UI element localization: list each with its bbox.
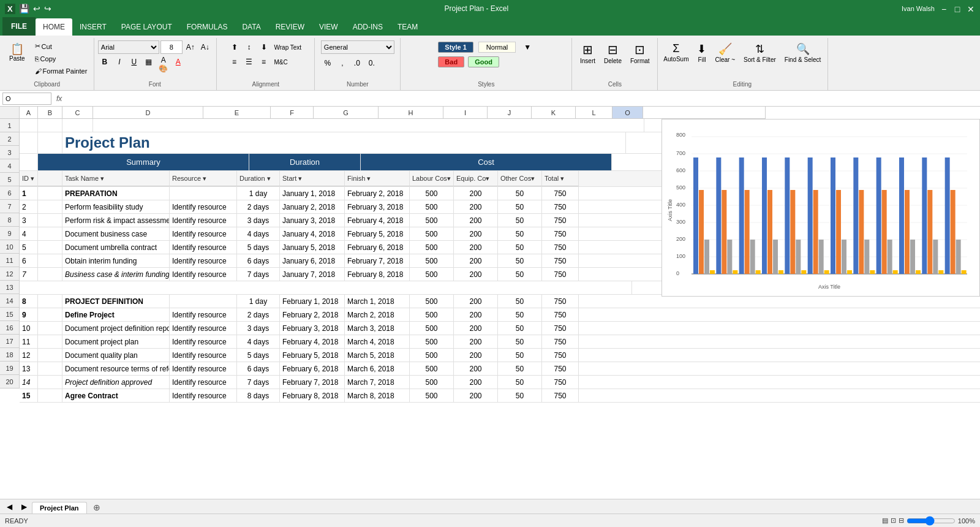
cell-task[interactable]: Perform feasibility study xyxy=(62,200,170,213)
cell-resource[interactable]: Identify resource xyxy=(170,389,237,402)
cell-labour[interactable]: 500 xyxy=(410,241,454,254)
cell-start[interactable]: January 2, 2018 xyxy=(280,200,345,213)
align-left-button[interactable]: ≡ xyxy=(228,55,241,69)
cell-duration[interactable]: 1 day xyxy=(237,187,280,200)
cell-labour[interactable]: 500 xyxy=(410,200,454,213)
cell-other[interactable]: 50 xyxy=(498,227,542,240)
col-start-header[interactable]: Start ▾ xyxy=(280,171,345,186)
cell-start[interactable]: February 1, 2018 xyxy=(280,295,345,308)
scroll-tab-left-button[interactable]: ◀ xyxy=(2,500,16,514)
sort-filter-button[interactable]: ⇅ Sort & Filter xyxy=(741,40,779,65)
cell-start[interactable]: February 2, 2018 xyxy=(280,308,345,321)
find-select-button[interactable]: 🔍 Find & Select xyxy=(782,40,824,65)
cell-labour[interactable]: 500 xyxy=(410,308,454,321)
cell-id[interactable]: 9 xyxy=(20,308,38,321)
col-duration-header[interactable]: Duration ▾ xyxy=(237,171,280,186)
cell-finish[interactable]: March 3, 2018 xyxy=(345,322,410,335)
quick-save-icon[interactable]: 💾 xyxy=(19,4,29,13)
cell-total[interactable]: 750 xyxy=(542,227,579,240)
tab-data[interactable]: DATA xyxy=(235,18,268,36)
tab-home[interactable]: HOME xyxy=(36,18,72,36)
cell-total[interactable]: 750 xyxy=(542,187,579,200)
cell-empty[interactable] xyxy=(38,254,62,267)
delete-button[interactable]: ⊟ Delete xyxy=(601,40,625,66)
tab-review[interactable]: REVIEW xyxy=(268,18,312,36)
cell-other[interactable]: 50 xyxy=(498,254,542,267)
font-shrink-button[interactable]: A↓ xyxy=(198,40,212,54)
cell-duration[interactable]: 7 days xyxy=(237,268,280,281)
cell-resource[interactable]: Identify resource xyxy=(170,268,237,281)
cell-other[interactable]: 50 xyxy=(498,200,542,213)
cell-equip[interactable]: 200 xyxy=(454,376,498,389)
col-empty-header[interactable] xyxy=(38,171,62,186)
cell-start[interactable]: January 1, 2018 xyxy=(280,187,345,200)
cell-resource[interactable]: Identify resource xyxy=(170,308,237,321)
cell-total[interactable]: 750 xyxy=(542,241,579,254)
cell-labour[interactable]: 500 xyxy=(410,349,454,362)
cell-resource[interactable] xyxy=(170,187,237,200)
cell-duration[interactable]: 6 days xyxy=(237,254,280,267)
cell-equip[interactable]: 200 xyxy=(454,200,498,213)
font-size-input[interactable] xyxy=(160,40,183,54)
cell-id[interactable]: 10 xyxy=(20,322,38,335)
cell-equip[interactable]: 200 xyxy=(454,187,498,200)
cell-other[interactable]: 50 xyxy=(498,389,542,402)
increase-decimal-button[interactable]: .0 xyxy=(350,56,364,70)
format-button[interactable]: ⊡ Format xyxy=(627,40,653,66)
cell-labour[interactable]: 500 xyxy=(410,187,454,200)
cell-empty[interactable] xyxy=(38,376,62,389)
cell-other[interactable]: 50 xyxy=(498,214,542,227)
cell-labour[interactable]: 500 xyxy=(410,322,454,335)
cell-duration[interactable]: 5 days xyxy=(237,349,280,362)
cell-task[interactable]: Document project definition report xyxy=(62,322,170,335)
scroll-tab-right-button[interactable]: ▶ xyxy=(17,500,31,514)
copy-button[interactable]: ⎘ Copy xyxy=(32,53,91,64)
cell-duration[interactable]: 4 days xyxy=(237,335,280,348)
cell-task[interactable]: Document business case xyxy=(62,227,170,240)
cut-button[interactable]: ✂ Cut xyxy=(32,40,91,52)
fill-color-button[interactable]: A🎨 xyxy=(157,55,170,69)
cell-other[interactable]: 50 xyxy=(498,268,542,281)
cell-total[interactable]: 750 xyxy=(542,214,579,227)
cell-task[interactable]: Business case & interim funding approved xyxy=(62,268,170,281)
formula-input[interactable] xyxy=(67,93,978,105)
cell-task[interactable]: Perform risk & impact assessment xyxy=(62,214,170,227)
cell-total[interactable]: 750 xyxy=(542,335,579,348)
align-bottom-button[interactable]: ⬇ xyxy=(257,40,271,54)
cell-finish[interactable]: March 6, 2018 xyxy=(345,362,410,375)
cell-finish[interactable]: March 8, 2018 xyxy=(345,389,410,402)
cell-id[interactable]: 12 xyxy=(20,349,38,362)
cell-resource[interactable]: Identify resource xyxy=(170,200,237,213)
cell-start[interactable]: February 7, 2018 xyxy=(280,376,345,389)
cell-finish[interactable]: March 1, 2018 xyxy=(345,295,410,308)
cell-empty[interactable] xyxy=(38,268,62,281)
duration-header[interactable]: Duration xyxy=(249,154,361,170)
tab-addins[interactable]: ADD-INS xyxy=(345,18,390,36)
redo-icon[interactable]: ↪ xyxy=(44,4,51,13)
tab-page-layout[interactable]: PAGE LAYOUT xyxy=(114,18,179,36)
cell-task[interactable]: Obtain interim funding xyxy=(62,254,170,267)
cell-id[interactable]: 4 xyxy=(20,227,38,240)
cell-total[interactable]: 750 xyxy=(542,322,579,335)
cell-finish[interactable]: March 5, 2018 xyxy=(345,349,410,362)
view-normal-icon[interactable]: ▤ xyxy=(882,517,888,525)
cell-id[interactable]: 11 xyxy=(20,335,38,348)
cell-finish[interactable]: February 5, 2018 xyxy=(345,227,410,240)
cell-empty[interactable] xyxy=(38,389,62,402)
cell-other[interactable]: 50 xyxy=(498,322,542,335)
cell-total[interactable]: 750 xyxy=(542,268,579,281)
cell-task[interactable]: PROJECT DEFINITION xyxy=(62,295,170,308)
cell-equip[interactable]: 200 xyxy=(454,241,498,254)
cell-id[interactable]: 5 xyxy=(20,241,38,254)
sheet-tab-project-plan[interactable]: Project Plan xyxy=(32,502,87,514)
align-middle-button[interactable]: ↕ xyxy=(243,40,256,54)
cell-id[interactable]: 8 xyxy=(20,295,38,308)
tab-formulas[interactable]: FORMULAS xyxy=(179,18,235,36)
cell-labour[interactable]: 500 xyxy=(410,295,454,308)
merge-center-button[interactable]: M&C xyxy=(272,55,290,69)
cell-finish[interactable]: March 7, 2018 xyxy=(345,376,410,389)
spreadsheet-title[interactable]: Project Plan xyxy=(62,132,626,153)
cell-resource[interactable]: Identify resource xyxy=(170,335,237,348)
cost-header[interactable]: Cost xyxy=(361,154,612,170)
insert-button[interactable]: ⊞ Insert xyxy=(577,40,598,66)
